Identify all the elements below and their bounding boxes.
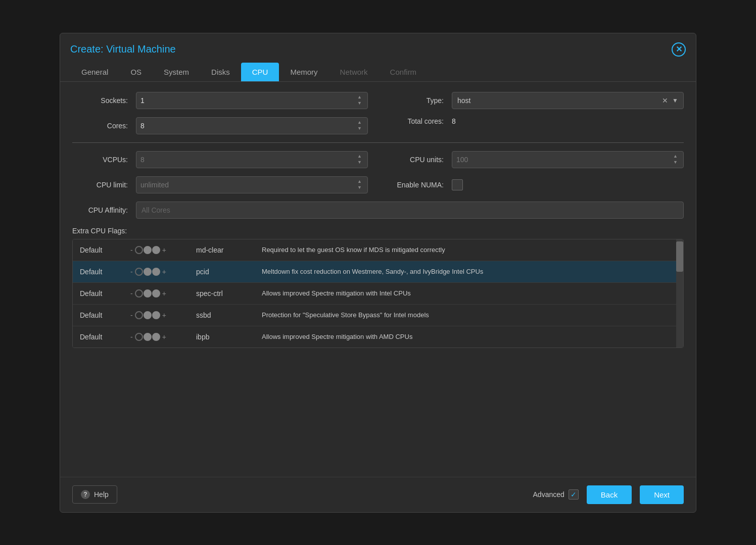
flag-circles-ssbd xyxy=(135,311,160,319)
vcpus-up-arrow[interactable]: ▲ xyxy=(356,154,363,159)
cpu-units-up-arrow[interactable]: ▲ xyxy=(672,154,679,159)
type-control[interactable]: host ✕ ▼ xyxy=(452,92,684,109)
flag-plus-ibpb[interactable]: + xyxy=(162,333,166,341)
vcpus-label: VCPUs: xyxy=(72,156,128,164)
scrollbar[interactable] xyxy=(676,239,683,348)
circle3 xyxy=(152,333,160,341)
cpu-units-control[interactable]: 100 ▲ ▼ xyxy=(452,151,684,168)
flag-toggle-md-clear[interactable]: - + xyxy=(130,246,191,254)
tab-system[interactable]: System xyxy=(153,63,200,81)
next-button[interactable]: Next xyxy=(640,485,684,504)
flag-plus-md-clear[interactable]: + xyxy=(162,246,166,254)
flag-row-ssbd[interactable]: Default - + ssbd Protection for "Specula… xyxy=(73,305,683,326)
vcpus-down-arrow[interactable]: ▼ xyxy=(356,160,363,165)
tab-cpu[interactable]: CPU xyxy=(241,63,279,81)
scrollbar-thumb[interactable] xyxy=(676,241,683,272)
flag-state-ssbd: Default xyxy=(80,311,125,319)
basic-cpu-section: Sockets: 1 ▲ ▼ Type: host xyxy=(72,92,684,134)
vcpus-control[interactable]: 8 ▲ ▼ xyxy=(136,151,368,168)
cpu-limit-label: CPU limit: xyxy=(72,181,128,189)
flag-state-md-clear: Default xyxy=(80,246,125,254)
flag-name-pcid: pcid xyxy=(196,268,257,276)
flag-toggle-pcid[interactable]: - + xyxy=(130,268,191,276)
flag-minus-ibpb[interactable]: - xyxy=(130,333,133,341)
cores-value: 8 xyxy=(140,122,145,130)
flag-minus-spec-ctrl[interactable]: - xyxy=(130,289,133,298)
vcpus-value: 8 xyxy=(140,156,145,164)
back-button[interactable]: Back xyxy=(587,485,632,504)
flag-toggle-spec-ctrl[interactable]: - + xyxy=(130,289,191,298)
cpu-limit-control[interactable]: unlimited ▲ ▼ xyxy=(136,176,368,193)
vcpus-spinner[interactable]: ▲ ▼ xyxy=(356,154,363,165)
content-area: Sockets: 1 ▲ ▼ Type: host xyxy=(60,82,696,477)
cpu-limit-down-arrow[interactable]: ▼ xyxy=(356,185,363,190)
flag-row-pcid[interactable]: Default - + pcid Meltdown fix cost reduc… xyxy=(73,261,683,283)
cpu-limit-spinner[interactable]: ▲ ▼ xyxy=(356,179,363,190)
cpu-affinity-placeholder: All Cores xyxy=(141,206,170,214)
enable-numa-checkbox[interactable] xyxy=(452,179,463,190)
footer-right: Advanced ✓ Back Next xyxy=(533,485,684,504)
circle2 xyxy=(144,289,152,298)
cpu-units-row: CPU units: 100 ▲ ▼ xyxy=(388,151,684,168)
flag-name-md-clear: md-clear xyxy=(196,246,257,254)
tab-memory[interactable]: Memory xyxy=(279,63,328,81)
cpu-units-down-arrow[interactable]: ▼ xyxy=(672,160,679,165)
flag-name-ibpb: ibpb xyxy=(196,333,257,341)
type-row: Type: host ✕ ▼ xyxy=(388,92,684,109)
flag-circles-md-clear xyxy=(135,246,160,254)
type-clear-button[interactable]: ✕ xyxy=(660,96,670,105)
flag-desc-pcid: Meltdown fix cost reduction on Westmere,… xyxy=(262,267,676,276)
circle2 xyxy=(144,311,152,319)
flag-plus-spec-ctrl[interactable]: + xyxy=(162,289,166,298)
tab-general[interactable]: General xyxy=(70,63,119,81)
enable-numa-row: Enable NUMA: xyxy=(388,176,684,193)
flag-minus-md-clear[interactable]: - xyxy=(130,246,133,254)
flag-toggle-ibpb[interactable]: - + xyxy=(130,333,191,341)
close-button[interactable]: ✕ xyxy=(672,42,686,57)
total-cores-value: 8 xyxy=(452,117,456,125)
cores-up-arrow[interactable]: ▲ xyxy=(356,120,363,125)
flag-state-pcid: Default xyxy=(80,268,125,276)
flag-row-md-clear[interactable]: Default - + md-clear Required to let the… xyxy=(73,239,683,261)
cpu-units-spinner[interactable]: ▲ ▼ xyxy=(672,154,679,165)
cpu-limit-value: unlimited xyxy=(140,181,169,189)
cores-control[interactable]: 8 ▲ ▼ xyxy=(136,117,368,134)
tab-disks[interactable]: Disks xyxy=(200,63,241,81)
cpu-units-value: 100 xyxy=(456,156,468,164)
enable-numa-label: Enable NUMA: xyxy=(388,181,444,189)
tab-os[interactable]: OS xyxy=(119,63,153,81)
sockets-control[interactable]: 1 ▲ ▼ xyxy=(136,92,368,109)
type-dropdown-arrow[interactable]: ▼ xyxy=(672,97,678,104)
cpu-units-label: CPU units: xyxy=(388,156,444,164)
flag-plus-pcid[interactable]: + xyxy=(162,268,166,276)
dialog-header: Create: Virtual Machine ✕ xyxy=(60,33,696,63)
flag-plus-ssbd[interactable]: + xyxy=(162,311,166,319)
flag-row-ibpb[interactable]: Default - + ibpb Allows improved Spectre… xyxy=(73,326,683,348)
cores-row: Cores: 8 ▲ ▼ xyxy=(72,117,368,134)
sockets-spinner[interactable]: ▲ ▼ xyxy=(356,94,363,106)
flag-toggle-ssbd[interactable]: - + xyxy=(130,311,191,319)
cpu-limit-row: CPU limit: unlimited ▲ ▼ xyxy=(72,176,368,193)
sockets-up-arrow[interactable]: ▲ xyxy=(356,94,363,100)
flag-minus-pcid[interactable]: - xyxy=(130,268,133,276)
cpu-affinity-input[interactable]: All Cores xyxy=(136,202,684,219)
advanced-label: Advanced xyxy=(533,490,564,499)
flag-name-ssbd: ssbd xyxy=(196,311,257,319)
flag-minus-ssbd[interactable]: - xyxy=(130,311,133,319)
help-label: Help xyxy=(94,490,109,499)
cores-spinner[interactable]: ▲ ▼ xyxy=(356,120,363,131)
sockets-value: 1 xyxy=(140,96,145,105)
type-label: Type: xyxy=(388,96,444,105)
cores-down-arrow[interactable]: ▼ xyxy=(356,126,363,131)
flag-circles-ibpb xyxy=(135,333,160,341)
dialog-title: Create: Virtual Machine xyxy=(70,43,176,55)
flag-desc-ibpb: Allows improved Spectre mitigation with … xyxy=(262,332,676,341)
flag-row-spec-ctrl[interactable]: Default - + spec-ctrl Allows improved Sp… xyxy=(73,283,683,305)
help-button[interactable]: ? Help xyxy=(72,485,117,504)
help-icon: ? xyxy=(81,490,90,499)
flag-circles-spec-ctrl xyxy=(135,289,160,298)
advanced-checkbox[interactable]: ✓ xyxy=(569,489,579,500)
extra-flags-label: Extra CPU Flags: xyxy=(72,227,684,235)
cpu-limit-up-arrow[interactable]: ▲ xyxy=(356,179,363,184)
sockets-down-arrow[interactable]: ▼ xyxy=(356,101,363,106)
